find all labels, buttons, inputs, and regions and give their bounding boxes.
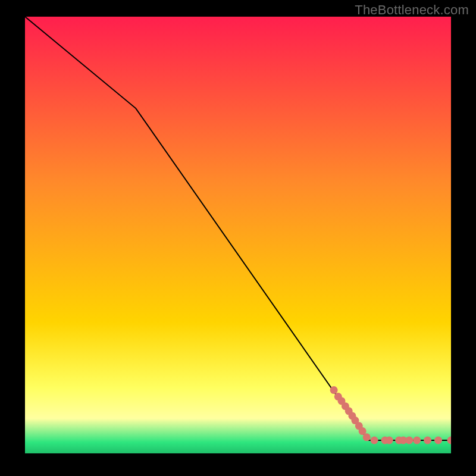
data-point-marker <box>405 437 413 444</box>
data-point-marker <box>434 437 442 444</box>
gradient-background <box>25 17 451 453</box>
data-point-marker <box>330 386 338 394</box>
data-point-marker <box>371 437 378 444</box>
data-point-marker <box>386 437 393 444</box>
data-point-marker <box>363 433 371 441</box>
chart-frame: TheBottleneck.com <box>0 0 476 476</box>
chart-svg <box>25 17 451 453</box>
watermark-text: TheBottleneck.com <box>355 2 469 18</box>
plot-area <box>25 17 451 453</box>
data-point-marker <box>424 437 431 444</box>
data-point-marker <box>413 437 421 444</box>
